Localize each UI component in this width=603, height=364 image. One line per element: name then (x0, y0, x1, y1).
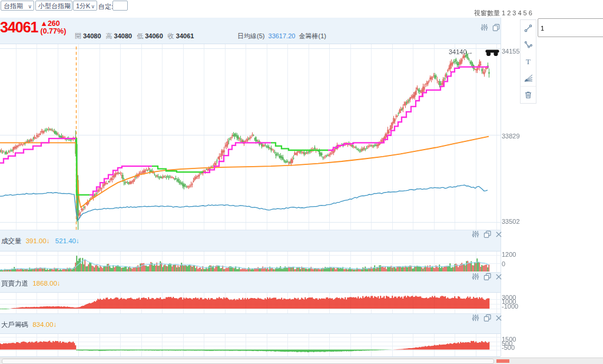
close-pane-icon[interactable] (495, 231, 502, 238)
axis-label: -1000 (502, 303, 518, 310)
trendline-icon (524, 24, 532, 32)
ma-value: 33617.20 (269, 32, 296, 39)
axis-label: 34155 (502, 48, 520, 55)
volume-pane-icons (472, 230, 502, 238)
price-change-pct: (0.77%) (41, 28, 67, 35)
chevron-down-icon: ∨ (28, 2, 32, 11)
power-value-1: 1868.00↓ (32, 280, 60, 287)
ohlc-row: 開34080高34080低34060收34061 (75, 32, 198, 41)
indicator-settings-icon[interactable] (472, 273, 479, 280)
ohlc-value: 34060 (145, 32, 163, 39)
text-tool-icon: T (524, 57, 532, 65)
ohlc-label: 高 (106, 32, 112, 39)
svg-text:T: T (526, 57, 531, 65)
delete-drawings-button[interactable] (521, 86, 536, 103)
axis-label: 0 (502, 260, 505, 267)
symbol-select[interactable]: 台指期 ∨ (1, 1, 34, 11)
price-axis-drag-marker[interactable] (485, 49, 499, 57)
ohlc-label: 低 (137, 32, 143, 39)
interval-select[interactable]: 1分K ∨ (73, 1, 97, 11)
chips-pane-header (0, 313, 501, 334)
polyline-icon (524, 41, 532, 49)
fan-lines-tool-button[interactable] (521, 70, 536, 86)
main-pane-icons (481, 24, 500, 31)
chips-pane-title: 大戶籌碼 834.00↓ (1, 320, 57, 329)
indicator-settings-icon[interactable] (472, 230, 479, 238)
window-count-option-1[interactable]: 1 (502, 9, 505, 16)
fan-lines-icon (524, 74, 533, 82)
bottom-scrollbar-thumb[interactable] (2, 359, 494, 364)
trendline-tool-button[interactable] (521, 20, 536, 37)
symbol-select-value: 台指期 (4, 2, 23, 9)
power-pane-icons (472, 273, 502, 280)
interval-select-value: 1分K (76, 2, 90, 9)
chevron-down-icon: ∨ (66, 2, 70, 11)
custom-interval-input[interactable] (112, 1, 128, 11)
indicator-settings-icon[interactable] (472, 314, 479, 322)
axis-label: -500 (502, 344, 515, 351)
drawing-value-input[interactable] (538, 18, 603, 37)
window-count-option-5[interactable]: 5 (524, 9, 527, 16)
power-pane-title: 買賣力道 1868.00↓ (1, 279, 61, 288)
ohlc-value: 34080 (114, 32, 132, 39)
ohlc-value: 34080 (83, 32, 101, 39)
ohlc-value: 34061 (176, 32, 194, 39)
text-tool-button[interactable]: T (521, 53, 536, 70)
scrollbar-position-marker (496, 359, 509, 363)
move-pane-icon[interactable] (483, 230, 491, 238)
close-pane-icon[interactable] (495, 315, 502, 322)
axis-label: 33502 (502, 218, 520, 225)
polyline-tool-button[interactable] (521, 37, 536, 53)
copy-chart-icon[interactable] (492, 24, 500, 31)
power-title-text: 買賣力道 (1, 280, 28, 287)
move-pane-icon[interactable] (483, 273, 491, 280)
chevron-down-icon: ∨ (91, 2, 95, 11)
drawing-toolbar: T (520, 19, 536, 104)
custom-interval-label: 自定: (98, 2, 113, 11)
window-count-label: 視窗數量 (474, 9, 500, 16)
window-count-group: 視窗數量123456 (474, 9, 536, 18)
move-pane-icon[interactable] (483, 314, 491, 322)
ohlc-label: 開 (75, 32, 81, 39)
gold-bar-label: 金籌棒(1) (299, 32, 326, 39)
chips-value-1: 834.00↓ (32, 321, 57, 328)
volume-value-1: 391.00↓ (26, 237, 50, 244)
window-count-option-6[interactable]: 6 (529, 9, 532, 16)
window-count-option-3[interactable]: 3 (512, 9, 516, 16)
chips-title-text: 大戶籌碼 (1, 321, 28, 328)
quote-block: 34061 ▲260 (0.77%) (0, 19, 66, 35)
indicator-legend: 日均線(5) 33617.20 金籌棒(1) (237, 32, 326, 41)
volume-title-text: 成交量 (1, 237, 22, 244)
axis-divider (501, 18, 501, 356)
power-pane-header (0, 272, 501, 293)
window-count-option-4[interactable]: 4 (518, 9, 521, 16)
indicator-settings-icon[interactable] (481, 24, 488, 31)
ma-label: 日均線(5) (237, 32, 264, 39)
last-price: 34061 (0, 19, 38, 35)
volume-value-2: 521.40↓ (55, 237, 79, 244)
symbol2-select[interactable]: 小型台指期 ∨ (35, 1, 72, 11)
ohlc-label: 收 (168, 32, 174, 39)
trash-icon (524, 91, 532, 99)
axis-label: 1200 (502, 251, 516, 258)
window-count-option-2[interactable]: 2 (507, 9, 511, 16)
session-high-price-tag: 34140→ (449, 48, 473, 55)
chips-pane-icons (472, 314, 502, 322)
close-pane-icon[interactable] (495, 273, 502, 280)
volume-pane-title: 成交量 391.00↓ 521.40↓ (1, 237, 79, 246)
axis-label: 33829 (502, 133, 520, 140)
